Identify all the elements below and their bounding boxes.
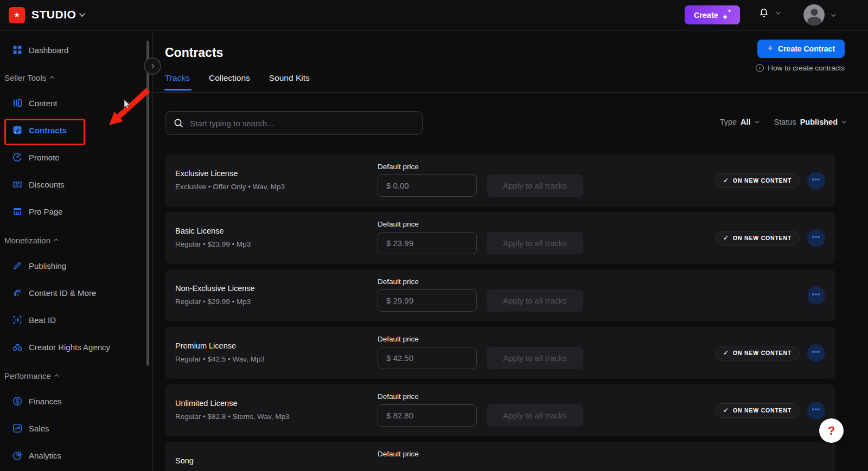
apply-to-all-tracks-button[interactable]: Apply to all tracks bbox=[487, 404, 583, 427]
sidebar-item-creator-rights-agency[interactable]: Creator Rights Agency bbox=[0, 333, 152, 360]
more-options-button[interactable]: ••• bbox=[807, 229, 825, 247]
tab-tracks[interactable]: Tracks bbox=[165, 73, 190, 91]
sidebar-item-sales[interactable]: Sales bbox=[0, 415, 152, 442]
contract-name: Non-Exclusive License bbox=[175, 284, 255, 293]
svg-text:S: S bbox=[16, 398, 20, 404]
create-button[interactable]: Create ✦ ✦ bbox=[685, 5, 740, 24]
sidebar-item-label: Publishing bbox=[29, 261, 66, 270]
page-title: Contracts bbox=[165, 46, 223, 60]
sidebar-item-content-id[interactable]: Content ID & More bbox=[0, 279, 152, 306]
chevron-down-icon bbox=[124, 100, 129, 104]
pro-page-icon bbox=[12, 206, 23, 217]
check-icon: ✓ bbox=[723, 177, 729, 184]
sidebar-item-label: Content bbox=[29, 99, 58, 108]
more-options-button[interactable]: ••• bbox=[807, 172, 825, 190]
sidebar-divider bbox=[152, 31, 153, 471]
finances-icon: S bbox=[12, 396, 23, 407]
contract-name: Exclusive License bbox=[175, 169, 238, 178]
fingerprint-icon bbox=[12, 287, 23, 298]
on-new-content-badge: ✓ ON NEW CONTENT bbox=[715, 403, 800, 418]
chevron-down-icon bbox=[841, 119, 846, 123]
create-contract-label: Create Contract bbox=[778, 44, 835, 53]
account-menu[interactable] bbox=[803, 4, 834, 25]
beatstars-logo[interactable]: ★ bbox=[9, 7, 25, 23]
contracts-icon bbox=[12, 125, 23, 136]
contract-name: Premium License bbox=[175, 341, 236, 350]
contract-card-premium: Premium License Regular • $42.5 • Wav, M… bbox=[165, 327, 835, 379]
brand-chevron-down-icon[interactable] bbox=[79, 11, 85, 17]
contract-details: Regular • $29.99 • Mp3 bbox=[175, 298, 251, 306]
collapse-sidebar-button[interactable] bbox=[144, 57, 161, 75]
default-price-input[interactable] bbox=[378, 175, 477, 197]
brand-title: STUDIO bbox=[31, 8, 76, 21]
check-icon: ✓ bbox=[723, 349, 729, 357]
sidebar-item-discounts[interactable]: Discounts bbox=[0, 171, 152, 198]
chevron-down-icon bbox=[755, 119, 759, 123]
sidebar-item-dashboard[interactable]: Dashboard bbox=[0, 37, 152, 62]
contract-card-song-partial: Song Default price bbox=[165, 442, 835, 471]
search-input[interactable] bbox=[190, 119, 414, 128]
sidebar-scrollbar[interactable] bbox=[146, 41, 149, 366]
sidebar-section-seller-tools[interactable]: Seller Tools bbox=[0, 66, 152, 89]
apply-to-all-tracks-button[interactable]: Apply to all tracks bbox=[487, 347, 583, 369]
promote-icon bbox=[12, 152, 23, 163]
apply-to-all-tracks-button[interactable]: Apply to all tracks bbox=[487, 289, 583, 312]
help-button[interactable]: ? bbox=[819, 418, 844, 443]
more-options-button[interactable]: ••• bbox=[807, 287, 825, 305]
sidebar-item-pro-page[interactable]: Pro Page bbox=[0, 198, 152, 225]
search-bar[interactable] bbox=[165, 111, 423, 135]
contract-details: Exclusive • Offer Only • Wav, Mp3 bbox=[175, 183, 285, 191]
contract-name: Basic License bbox=[175, 227, 224, 235]
account-chevron-icon bbox=[831, 12, 835, 16]
notifications-chevron-icon bbox=[776, 10, 780, 14]
apply-to-all-tracks-button[interactable]: Apply to all tracks bbox=[487, 175, 583, 197]
on-new-content-badge: ✓ ON NEW CONTENT bbox=[715, 231, 800, 246]
check-icon: ✓ bbox=[723, 407, 729, 414]
search-icon bbox=[173, 118, 184, 128]
contract-card-exclusive: Exclusive License Exclusive • Offer Only… bbox=[165, 154, 835, 207]
sidebar-section-performance[interactable]: Performance bbox=[0, 364, 152, 388]
contract-details: Regular • $82.8 • Stems, Wav, Mp3 bbox=[175, 412, 290, 421]
default-price-label: Default price bbox=[378, 278, 419, 286]
default-price-label: Default price bbox=[378, 335, 419, 343]
more-options-button[interactable]: ••• bbox=[807, 402, 825, 420]
sidebar-item-publishing[interactable]: Publishing bbox=[0, 252, 152, 279]
sidebar-item-promote[interactable]: Promote bbox=[0, 144, 152, 171]
plus-icon: + bbox=[767, 42, 773, 54]
chevron-up-icon bbox=[54, 238, 58, 243]
sidebar-item-label: Beat ID bbox=[29, 315, 56, 325]
status-filter[interactable]: Status Published bbox=[774, 118, 845, 126]
sidebar: Dashboard Seller Tools Content Contracts bbox=[0, 31, 152, 471]
topbar: ★ STUDIO Create ✦ ✦ bbox=[0, 0, 868, 31]
sidebar-section-monetization[interactable]: Monetization bbox=[0, 228, 152, 252]
sidebar-item-content[interactable]: Content bbox=[0, 89, 152, 117]
apply-to-all-tracks-button[interactable]: Apply to all tracks bbox=[487, 232, 583, 254]
app-window: ★ STUDIO Create ✦ ✦ bbox=[0, 0, 868, 471]
contract-details: Regular • $42.5 • Wav, Mp3 bbox=[175, 355, 265, 363]
on-new-content-badge: ✓ ON NEW CONTENT bbox=[715, 173, 800, 188]
tab-sound-kits[interactable]: Sound Kits bbox=[269, 73, 310, 91]
default-price-input[interactable] bbox=[378, 232, 477, 254]
create-contract-button[interactable]: + Create Contract bbox=[757, 40, 845, 58]
more-options-button[interactable]: ••• bbox=[807, 344, 825, 362]
star-icon: ★ bbox=[14, 11, 20, 19]
how-to-create-contracts-link[interactable]: i How to create contracts bbox=[756, 64, 845, 72]
beat-id-icon bbox=[12, 314, 23, 325]
default-price-input[interactable] bbox=[378, 347, 477, 369]
default-price-label: Default price bbox=[378, 392, 419, 401]
sparkles-icon: ✦ ✦ bbox=[722, 11, 731, 20]
sidebar-item-analytics[interactable]: Analytics bbox=[0, 442, 152, 469]
sidebar-item-label: Creator Rights Agency bbox=[29, 343, 110, 352]
sidebar-item-beat-id[interactable]: Beat ID bbox=[0, 306, 152, 333]
create-button-label: Create bbox=[694, 11, 718, 20]
sidebar-item-finances[interactable]: S Finances bbox=[0, 388, 152, 415]
type-filter[interactable]: Type All bbox=[720, 118, 758, 126]
bell-icon bbox=[758, 8, 769, 18]
contract-card-basic: Basic License Regular • $23.99 • Mp3 Def… bbox=[165, 212, 835, 264]
sales-icon bbox=[12, 423, 23, 434]
tab-collections[interactable]: Collections bbox=[209, 73, 250, 91]
sidebar-item-contracts[interactable]: Contracts bbox=[0, 117, 152, 144]
default-price-input[interactable] bbox=[378, 404, 477, 427]
default-price-input[interactable] bbox=[378, 289, 477, 312]
notifications-button[interactable] bbox=[758, 8, 779, 18]
